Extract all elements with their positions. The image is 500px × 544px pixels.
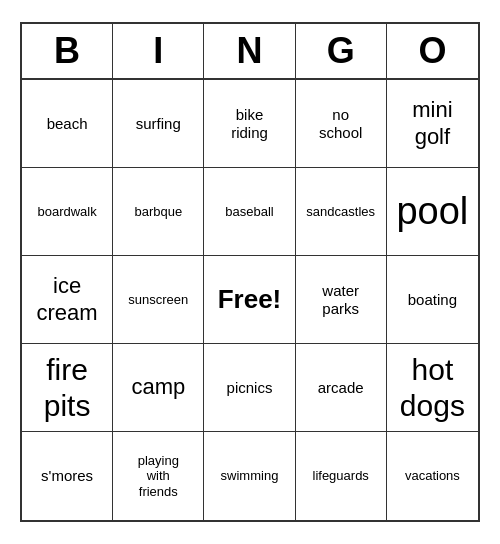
cell-text-20: s'mores — [41, 467, 93, 485]
cell-text-9: pool — [396, 189, 468, 235]
bingo-header: BINGO — [22, 24, 478, 80]
cell-text-12: Free! — [218, 284, 282, 315]
bingo-cell-0: beach — [22, 80, 113, 168]
cell-text-10: icecream — [37, 273, 98, 326]
cell-text-17: picnics — [227, 379, 273, 397]
bingo-cell-11: sunscreen — [113, 256, 204, 344]
cell-text-0: beach — [47, 115, 88, 133]
cell-text-16: camp — [131, 374, 185, 400]
bingo-grid: beachsurfingbikeridingnoschoolminigolfbo… — [22, 80, 478, 520]
cell-text-2: bikeriding — [231, 106, 268, 142]
bingo-cell-6: barbque — [113, 168, 204, 256]
bingo-cell-9: pool — [387, 168, 478, 256]
cell-text-11: sunscreen — [128, 292, 188, 308]
bingo-cell-5: boardwalk — [22, 168, 113, 256]
cell-text-14: boating — [408, 291, 457, 309]
bingo-cell-15: firepits — [22, 344, 113, 432]
cell-text-21: playingwithfriends — [138, 453, 179, 500]
cell-text-19: hotdogs — [400, 352, 465, 424]
header-letter-b: B — [22, 24, 113, 78]
bingo-cell-22: swimming — [204, 432, 295, 520]
bingo-cell-10: icecream — [22, 256, 113, 344]
bingo-cell-14: boating — [387, 256, 478, 344]
bingo-cell-23: lifeguards — [296, 432, 387, 520]
bingo-cell-2: bikeriding — [204, 80, 295, 168]
bingo-cell-24: vacations — [387, 432, 478, 520]
cell-text-24: vacations — [405, 468, 460, 484]
bingo-cell-4: minigolf — [387, 80, 478, 168]
bingo-cell-13: waterparks — [296, 256, 387, 344]
bingo-cell-12: Free! — [204, 256, 295, 344]
bingo-cell-18: arcade — [296, 344, 387, 432]
header-letter-i: I — [113, 24, 204, 78]
cell-text-22: swimming — [221, 468, 279, 484]
bingo-cell-19: hotdogs — [387, 344, 478, 432]
cell-text-1: surfing — [136, 115, 181, 133]
header-letter-o: O — [387, 24, 478, 78]
cell-text-6: barbque — [134, 204, 182, 220]
bingo-cell-20: s'mores — [22, 432, 113, 520]
bingo-cell-16: camp — [113, 344, 204, 432]
cell-text-5: boardwalk — [37, 204, 96, 220]
bingo-card: BINGO beachsurfingbikeridingnoschoolmini… — [20, 22, 480, 522]
header-letter-g: G — [296, 24, 387, 78]
bingo-cell-8: sandcastles — [296, 168, 387, 256]
cell-text-15: firepits — [44, 352, 91, 424]
bingo-cell-3: noschool — [296, 80, 387, 168]
bingo-cell-21: playingwithfriends — [113, 432, 204, 520]
header-letter-n: N — [204, 24, 295, 78]
bingo-cell-1: surfing — [113, 80, 204, 168]
cell-text-3: noschool — [319, 106, 362, 142]
cell-text-13: waterparks — [322, 282, 359, 318]
cell-text-18: arcade — [318, 379, 364, 397]
cell-text-23: lifeguards — [313, 468, 369, 484]
cell-text-8: sandcastles — [306, 204, 375, 220]
cell-text-7: baseball — [225, 204, 273, 220]
cell-text-4: minigolf — [412, 97, 452, 150]
bingo-cell-17: picnics — [204, 344, 295, 432]
bingo-cell-7: baseball — [204, 168, 295, 256]
